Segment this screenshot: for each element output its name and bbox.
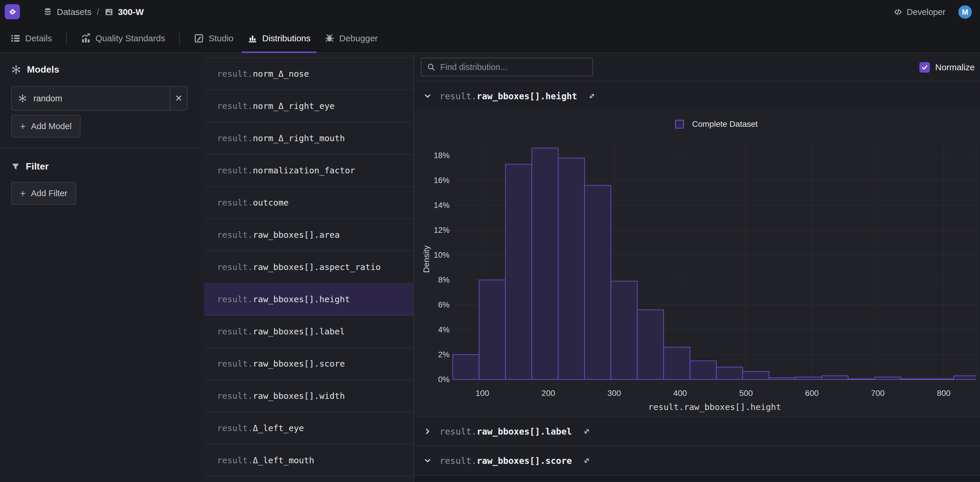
svg-text:200: 200 xyxy=(541,388,555,398)
nav-divider xyxy=(179,32,180,45)
close-icon xyxy=(175,94,183,103)
avatar[interactable]: M xyxy=(958,5,972,19)
add-model-button[interactable]: + Add Model xyxy=(11,115,81,138)
section-header-label[interactable]: result.raw_bboxes[].label xyxy=(414,417,980,446)
section-prefix: result. xyxy=(440,91,477,101)
field-name: raw_bboxes[].score xyxy=(253,359,345,369)
tab-label: Studio xyxy=(208,33,234,43)
field-list-item[interactable]: result.raw_bboxes[].area xyxy=(204,219,413,251)
field-list-item[interactable]: result.norm_Δ_right_mouth xyxy=(204,122,413,154)
tab-label: Details xyxy=(25,33,52,43)
field-list-item[interactable]: result.norm_Δ_nose xyxy=(204,58,413,90)
height-distribution-chart: Complete Dataset 0%2%4%6%8%10%12%14%16%1… xyxy=(414,111,980,417)
normalize-toggle[interactable]: Normalize xyxy=(920,53,975,81)
field-name: raw_bboxes[].label xyxy=(253,326,345,336)
field-prefix: result. xyxy=(217,198,253,208)
developer-label: Developer xyxy=(907,7,945,17)
expand-icon[interactable] xyxy=(582,427,591,436)
nav-tabs: DetailsQuality StandardsStudioDistributi… xyxy=(0,24,980,53)
field-name: normalization_factor xyxy=(253,165,355,175)
add-filter-label: Add Filter xyxy=(31,189,67,198)
field-prefix: result. xyxy=(217,359,253,369)
developer-menu[interactable]: Developer xyxy=(893,7,945,17)
expand-icon[interactable] xyxy=(582,457,591,465)
field-name: norm_Δ_right_eye xyxy=(253,101,334,111)
field-name: raw_bboxes[].width xyxy=(253,391,345,401)
filter-title: Filter xyxy=(11,161,192,172)
distributions-panel: Normalize result.raw_bboxes[].height Com… xyxy=(414,53,980,482)
model-icon xyxy=(18,94,27,103)
breadcrumb-datasets[interactable]: Datasets xyxy=(43,7,91,17)
funnel-icon xyxy=(11,162,20,171)
tab-distributions[interactable]: Distributions xyxy=(248,24,310,53)
field-list-item[interactable]: result.raw_bboxes[].width xyxy=(204,380,413,412)
tab-studio[interactable]: Studio xyxy=(194,24,234,53)
field-list-item[interactable]: result.norm_Δ_right_eye xyxy=(204,90,413,122)
svg-text:10%: 10% xyxy=(434,251,450,259)
svg-text:0%: 0% xyxy=(438,375,450,384)
breadcrumb-separator: / xyxy=(97,7,99,17)
breadcrumb: Datasets / 300-W xyxy=(43,0,144,24)
tab-debugger[interactable]: Debugger xyxy=(325,24,378,53)
models-title-label: Models xyxy=(27,64,59,75)
list-row-partial xyxy=(204,53,413,58)
field-list-item[interactable]: result.raw_bboxes[].aspect_ratio xyxy=(204,251,413,283)
field-list: result.norm_Δ_noseresult.norm_Δ_right_ey… xyxy=(204,53,414,482)
svg-text:18%: 18% xyxy=(434,151,450,160)
breadcrumb-dataset-label: 300-W xyxy=(118,7,144,17)
field-name: raw_bboxes[].height xyxy=(253,294,350,304)
search-box[interactable] xyxy=(421,58,593,76)
field-prefix: result. xyxy=(217,391,253,401)
section-header-score[interactable]: result.raw_bboxes[].score xyxy=(414,446,980,475)
field-list-item[interactable]: result.Δ_left_eye xyxy=(204,412,413,444)
plus-icon: + xyxy=(20,121,26,131)
tab-quality-standards[interactable]: Quality Standards xyxy=(81,24,165,53)
checkbox-checked-icon[interactable] xyxy=(920,62,930,73)
database-icon xyxy=(43,8,52,16)
svg-text:8%: 8% xyxy=(438,275,450,284)
field-name: Δ_left_mouth xyxy=(253,455,314,465)
chevron-right-icon[interactable] xyxy=(423,427,432,436)
field-name: outcome xyxy=(253,198,288,208)
field-list-item[interactable]: result.raw_bboxes[].height xyxy=(204,283,413,316)
field-list-item[interactable]: result.raw_bboxes[].label xyxy=(204,316,413,348)
tab-details[interactable]: Details xyxy=(11,24,52,53)
topbar-right: Developer M xyxy=(893,0,972,24)
svg-text:500: 500 xyxy=(739,388,753,398)
field-prefix: result. xyxy=(217,133,253,143)
field-list-item[interactable]: result.Δ_left_mouth xyxy=(204,444,413,477)
chevron-down-icon[interactable] xyxy=(423,456,432,465)
field-name: Δ_left_eye xyxy=(253,423,304,433)
section-header-height[interactable]: result.raw_bboxes[].height xyxy=(414,81,980,111)
app-logo-icon[interactable] xyxy=(5,4,20,19)
expand-icon[interactable] xyxy=(588,92,596,100)
bug-icon xyxy=(325,33,334,43)
breadcrumb-dataset-name[interactable]: 300-W xyxy=(105,7,144,17)
svg-text:100: 100 xyxy=(476,388,489,398)
field-list-item[interactable]: result.outcome xyxy=(204,187,413,219)
tab-label: Quality Standards xyxy=(95,33,165,43)
section-name: raw_bboxes[].score xyxy=(477,456,572,466)
field-prefix: result. xyxy=(217,455,253,465)
search-input[interactable] xyxy=(440,62,587,72)
field-prefix: result. xyxy=(217,101,253,111)
svg-text:4%: 4% xyxy=(438,325,450,334)
svg-text:12%: 12% xyxy=(434,226,450,235)
field-list-item[interactable]: result.raw_bboxes[].score xyxy=(204,348,413,380)
svg-text:Density: Density xyxy=(422,245,431,273)
svg-text:14%: 14% xyxy=(434,201,450,210)
svg-text:400: 400 xyxy=(673,388,687,398)
add-filter-button[interactable]: + Add Filter xyxy=(11,182,76,205)
edit-icon xyxy=(194,33,204,43)
field-prefix: result. xyxy=(217,165,253,175)
field-prefix: result. xyxy=(217,326,253,336)
field-list-item[interactable]: result.normalization_factor xyxy=(204,154,413,187)
model-chip[interactable]: random xyxy=(11,86,188,111)
svg-text:800: 800 xyxy=(937,388,951,398)
tab-label: Debugger xyxy=(339,33,378,43)
nav-divider xyxy=(66,32,67,45)
chevron-down-icon[interactable] xyxy=(423,92,432,100)
svg-text:2%: 2% xyxy=(438,350,450,359)
remove-model-button[interactable] xyxy=(170,87,187,110)
sidebar: Models random xyxy=(0,53,204,482)
